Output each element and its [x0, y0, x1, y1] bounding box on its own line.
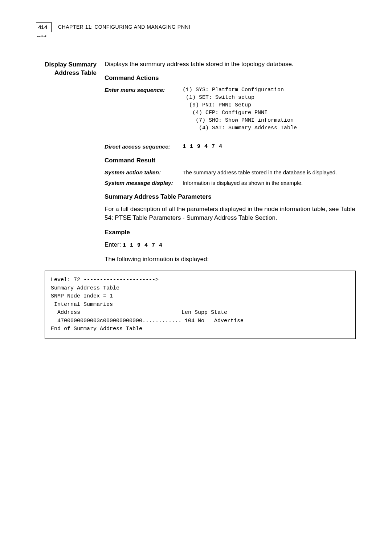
system-message-display-value: Information is displayed as shown in the…: [183, 179, 359, 187]
main-content: Displays the summary address table store…: [105, 61, 359, 339]
direct-access-sequence-label: Direct access sequence:: [105, 143, 183, 150]
direct-access-sequence-value: 1 1 9 4 7 4: [183, 143, 359, 150]
system-action-taken-value: The summary address table stored in the …: [183, 169, 359, 176]
code-output-block: Level: 72 ----------------------> Summar…: [45, 271, 356, 339]
page-number: 414: [36, 22, 52, 32]
system-message-display-label: System message display:: [105, 179, 183, 186]
summary-address-table-parameters-heading: Summary Address Table Parameters: [105, 193, 359, 200]
section-title: Display Summary Address Table: [36, 61, 97, 77]
intro-text: Displays the summary address table store…: [105, 61, 359, 68]
example-enter: Enter: 1 1 9 4 7 4: [105, 240, 359, 249]
chapter-title: CHAPTER 11: CONFIGURING AND MANAGING PNN…: [58, 22, 190, 30]
system-action-taken-label: System action taken:: [105, 169, 183, 176]
enter-menu-sequence-value: (1) SYS: Platform Configuration (1) SET:…: [183, 86, 359, 132]
command-actions-heading: Command Actions: [105, 74, 359, 82]
following-info-text: The following information is displayed:: [105, 255, 359, 264]
dots-icon: ·····•···•: [37, 34, 359, 39]
example-heading: Example: [105, 229, 359, 236]
enter-menu-sequence-label: Enter menu sequence:: [105, 86, 183, 93]
page-header: 414 CHAPTER 11: CONFIGURING AND MANAGING…: [36, 22, 359, 32]
command-result-heading: Command Result: [105, 157, 359, 164]
summary-params-description: For a full description of all the parame…: [105, 205, 359, 222]
